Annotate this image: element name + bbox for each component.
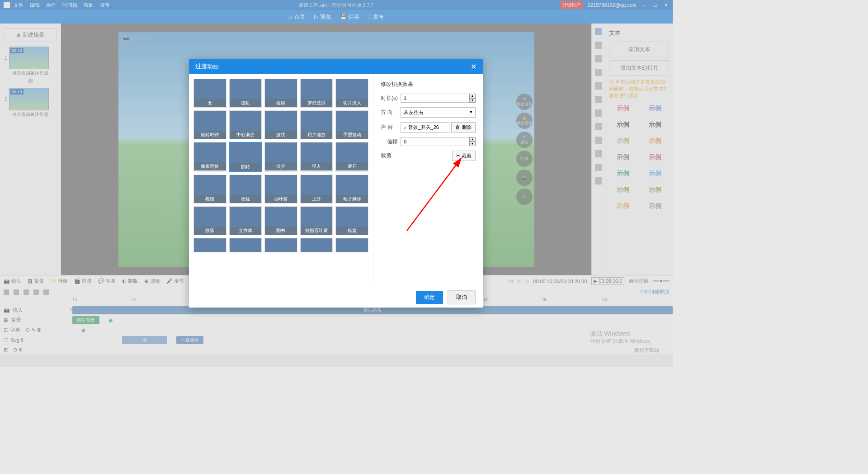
sound-label: 声 音 [381,123,401,131]
effect-item[interactable]: 展开 [335,142,368,172]
effect-item[interactable]: 上升 [300,175,333,204]
effect-item[interactable]: 旋转时钟 [193,110,226,139]
effect-item[interactable]: 收拢 [229,175,262,204]
effect-item[interactable] [193,238,226,252]
duration-spinner[interactable]: ▲▼ [469,94,476,103]
duration-input[interactable] [401,94,469,103]
effect-item[interactable]: 梦幻波浪 [300,79,333,108]
effect-item[interactable]: 推移 [264,79,297,108]
effect-item[interactable]: 中心渐变 [229,110,262,139]
dialog-header: 过渡动画 ✕ [189,59,483,74]
effect-item[interactable]: 随机 [229,79,262,108]
sound-delete-button[interactable]: 🗑 删除 [451,122,476,133]
effect-item[interactable] [229,238,262,252]
settings-title: 修改切换效果 [381,81,476,88]
effect-item[interactable]: 切片淡入 [335,79,368,108]
effect-item[interactable]: 波纹 [264,110,297,139]
effect-item[interactable]: 炫酷百叶窗 [300,206,333,235]
direction-select[interactable]: 从左往右▾ [401,107,476,118]
effect-item[interactable]: 手型拉动 [335,110,368,139]
effect-item[interactable]: 百叶窗 [264,175,297,204]
effect-item[interactable] [300,238,333,252]
effect-item[interactable]: 翻转 [229,142,262,172]
dialog-title: 过渡动画 [195,62,219,71]
effect-item[interactable]: 跌落 [193,206,226,235]
duration-label: 时长(s) [381,95,401,102]
sound-select[interactable]: ♪ 音效_开关_26 [401,122,449,133]
effect-item[interactable]: 棋盘 [335,206,368,235]
cancel-button[interactable]: 取消 [448,290,476,304]
effect-item[interactable]: 立方体 [229,206,262,235]
dialog-close-button[interactable]: ✕ [471,62,476,71]
dialog-footer: 确定 取消 [189,287,483,308]
effects-panel: 无随机推移梦幻波浪切片淡入旋转时钟中心渐变波纹切片缩放手型拉动像素溶解翻转淡化弹… [189,74,373,287]
settings-panel: 修改切换效果 时长(s) ▲▼ 方 向 从左往右▾ 声 音 ♪ 音效_开关_26… [373,74,483,287]
effect-item[interactable]: 梳理 [193,175,226,204]
crop-label: 裁剪 [381,152,401,160]
effect-item[interactable]: 粒子爆炸 [335,175,368,204]
offset-input[interactable] [401,137,469,146]
watermark: 极光下载站 [634,347,659,354]
effect-item[interactable]: 切片缩放 [300,110,333,139]
effect-item[interactable]: 像素溶解 [193,142,226,172]
effect-item[interactable] [335,238,368,252]
offset-spinner[interactable]: ▲▼ [469,137,476,146]
effect-item[interactable]: 翻书 [264,206,297,235]
ok-button[interactable]: 确定 [416,291,443,304]
transition-dialog: 过渡动画 ✕ 无随机推移梦幻波浪切片淡入旋转时钟中心渐变波纹切片缩放手型拉动像素… [189,59,483,308]
offset-label: 偏移 [381,138,401,146]
effect-item[interactable] [264,238,297,252]
effect-item[interactable]: 无 [193,79,226,108]
direction-label: 方 向 [381,109,401,116]
effect-item[interactable]: 弹入 [300,142,333,172]
effect-item[interactable]: 淡化 [264,142,297,172]
crop-button[interactable]: ✂ 裁剪 [452,151,476,161]
